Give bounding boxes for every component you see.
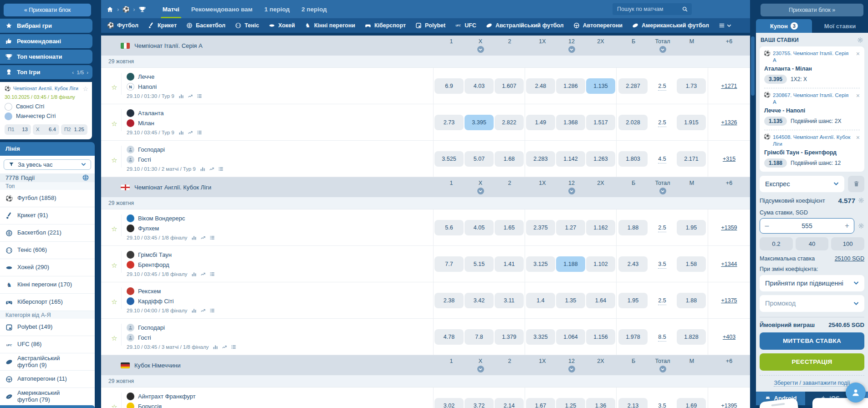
sidebar-sport-cricket[interactable]: Крикет (91) bbox=[0, 207, 95, 224]
max-bet-link[interactable]: 25100 SGD bbox=[835, 255, 864, 262]
odds-cell[interactable]: 6.9 bbox=[434, 78, 464, 94]
sidebar-sport-football[interactable]: ⚽ Футбол (1858) bbox=[0, 190, 95, 207]
column-dropdown-icon[interactable] bbox=[659, 46, 666, 53]
league-title[interactable]: Чемпіонат Італії. Серія А bbox=[101, 42, 435, 50]
odds-cell[interactable]: 1.58 bbox=[677, 256, 706, 272]
odds-cell[interactable]: 1.517 bbox=[586, 115, 615, 130]
sidebar-sport-ufc[interactable]: UFC UFC (86) bbox=[0, 336, 95, 353]
odds-cell[interactable]: 3.72 bbox=[465, 398, 494, 408]
total-line[interactable]: 2.5 bbox=[649, 224, 675, 231]
bet-league[interactable]: 230755. Чемпіонат Італії. Серія А bbox=[773, 50, 853, 64]
total-line[interactable]: 2.5 bbox=[649, 82, 675, 89]
stake-input[interactable] bbox=[774, 222, 840, 230]
odds-cell[interactable]: 3.11 bbox=[495, 293, 524, 308]
coeff-change-dropdown[interactable]: Прийняти при підвищенні bbox=[760, 275, 864, 291]
odds-cell[interactable]: 2.822 bbox=[495, 115, 524, 130]
stake-decrease-button[interactable]: – bbox=[760, 222, 774, 230]
odds-cell[interactable]: 1.69 bbox=[677, 398, 706, 408]
expand-row-icon[interactable] bbox=[421, 167, 427, 171]
odds-column-header[interactable]: +6 bbox=[716, 358, 742, 372]
pager-next[interactable]: › bbox=[87, 70, 88, 75]
odds-cell[interactable]: 5.6 bbox=[434, 220, 464, 235]
featured-odds-cell[interactable]: X 6.4 bbox=[33, 124, 59, 135]
odds-column-header[interactable]: М bbox=[679, 38, 705, 53]
away-team-name[interactable]: Боруссія bbox=[138, 403, 162, 408]
odds-cell[interactable]: 4.05 bbox=[465, 220, 494, 235]
home-team-name[interactable]: Віком Вондерерс bbox=[138, 215, 185, 222]
sidebar-sport-american-football[interactable]: Американський футбол (79) bbox=[0, 388, 95, 405]
home-team-name[interactable]: Грімсбі Таун bbox=[138, 251, 172, 258]
odds-column-header[interactable]: +6 bbox=[716, 38, 742, 53]
odds-column-header[interactable]: 12 bbox=[559, 180, 584, 194]
sidebar-menu-item[interactable]: Вибрані гри bbox=[0, 19, 92, 33]
odds-cell[interactable]: 1.162 bbox=[586, 220, 615, 235]
instant-bet-button[interactable]: МИТТЄВА СТАВКА bbox=[760, 332, 864, 350]
favorite-star-icon[interactable]: ☆ bbox=[111, 335, 117, 342]
sidebar-sport-hockey[interactable]: Хокей (290) bbox=[0, 259, 95, 276]
odds-cell[interactable]: 1.35 bbox=[556, 293, 585, 308]
scrollbar-thumb[interactable] bbox=[751, 36, 755, 96]
odds-cell[interactable]: 1.88 bbox=[677, 293, 706, 308]
sport-tab-esports[interactable]: Кіберспорт bbox=[365, 22, 406, 29]
odds-column-header[interactable]: 12 bbox=[559, 38, 584, 53]
favorite-star-icon[interactable]: ☆ bbox=[111, 225, 117, 232]
favorite-star-icon[interactable]: ☆ bbox=[82, 85, 88, 92]
odds-cell[interactable]: 2.287 bbox=[618, 78, 648, 94]
odds-cell[interactable]: 3.42 bbox=[465, 293, 494, 308]
odds-column-header[interactable]: Тотал bbox=[650, 38, 675, 53]
clear-coupon-button[interactable] bbox=[848, 176, 864, 192]
odds-column-header[interactable]: 2 bbox=[497, 180, 522, 194]
away-team-name[interactable]: Кардіфф Сіті bbox=[138, 298, 174, 305]
sport-tab-cricket[interactable]: Крикет bbox=[148, 22, 177, 29]
odds-column-header[interactable]: 1 bbox=[439, 180, 464, 194]
odds-cell[interactable]: 1.915 bbox=[677, 115, 706, 130]
home-team-name[interactable]: Рексхем bbox=[138, 288, 161, 295]
odds-column-header[interactable]: 1X bbox=[530, 38, 555, 53]
odds-cell[interactable]: 1.142 bbox=[556, 151, 585, 167]
expand-row-icon[interactable] bbox=[421, 235, 427, 240]
gear-icon[interactable] bbox=[857, 37, 863, 43]
odds-column-header[interactable]: X bbox=[468, 358, 493, 372]
odds-cell[interactable]: 1.188 bbox=[556, 256, 585, 272]
odds-cell[interactable]: 3.395 bbox=[465, 115, 494, 130]
odds-cell[interactable]: 7.7 bbox=[434, 256, 464, 272]
odds-column-header[interactable]: М bbox=[679, 358, 705, 372]
sidebar-sport-basketball[interactable]: Баскетбол (221) bbox=[0, 224, 95, 242]
sport-tab-horse[interactable]: ♞ Кінні перегони bbox=[305, 22, 355, 29]
league-title[interactable]: Чемпіонат Англії. Кубок Ліги bbox=[101, 184, 435, 191]
quick-amount-button[interactable]: 40 bbox=[796, 237, 829, 250]
odds-column-header[interactable]: X bbox=[468, 180, 493, 194]
odds-cell[interactable]: 1.73 bbox=[677, 78, 706, 94]
home-team-name[interactable]: Господарі bbox=[138, 324, 165, 331]
pin-icon[interactable] bbox=[110, 71, 118, 80]
sidebar-sport-horse[interactable]: ♞ Кінні перегони (170) bbox=[0, 276, 95, 294]
odds-cell[interactable]: 1.41 bbox=[495, 256, 524, 272]
pin-icon[interactable] bbox=[110, 322, 118, 331]
odds-column-header[interactable]: 1 bbox=[439, 358, 464, 372]
gear-icon[interactable] bbox=[858, 223, 864, 229]
favorite-star-icon[interactable]: ☆ bbox=[111, 262, 117, 269]
quick-amount-button[interactable]: 0.2 bbox=[760, 237, 793, 250]
odds-cell[interactable]: 2.375 bbox=[526, 220, 555, 235]
odds-cell[interactable]: 5.15 bbox=[465, 256, 494, 272]
sidebar-sport-aussie[interactable]: Австралійський футбол (9) bbox=[0, 353, 95, 371]
tab-coupon[interactable]: Купон 3 bbox=[756, 19, 812, 33]
sidebar-menu-item[interactable]: Топ чемпіонати bbox=[0, 50, 92, 64]
odds-column-header[interactable]: Тотал bbox=[650, 358, 675, 372]
away-team-name[interactable]: Гості bbox=[138, 334, 151, 341]
expand-row-icon[interactable] bbox=[421, 272, 427, 276]
globe-icon[interactable] bbox=[82, 174, 89, 181]
main-tab[interactable]: 2 період bbox=[296, 0, 333, 18]
odds-cell[interactable]: 2.13 bbox=[618, 398, 648, 408]
hide-left-block-button[interactable]: « Приховати блок bbox=[4, 4, 91, 16]
sidebar-sport-racing[interactable]: Автоперегони (11) bbox=[0, 371, 95, 388]
odds-cell[interactable]: 1.263 bbox=[586, 151, 615, 167]
away-team-name[interactable]: Гості bbox=[138, 156, 151, 163]
more-bets-link[interactable]: +1375 bbox=[721, 297, 737, 304]
expand-row-icon[interactable] bbox=[421, 130, 427, 134]
favorite-star-icon[interactable]: ☆ bbox=[111, 403, 117, 408]
odds-cell[interactable]: 1.36 bbox=[586, 398, 615, 408]
odds-cell[interactable]: 7.8 bbox=[465, 329, 494, 345]
stake-increase-button[interactable]: + bbox=[840, 222, 854, 230]
sport-tab-aussie[interactable]: Австралійський футбол bbox=[486, 22, 564, 29]
